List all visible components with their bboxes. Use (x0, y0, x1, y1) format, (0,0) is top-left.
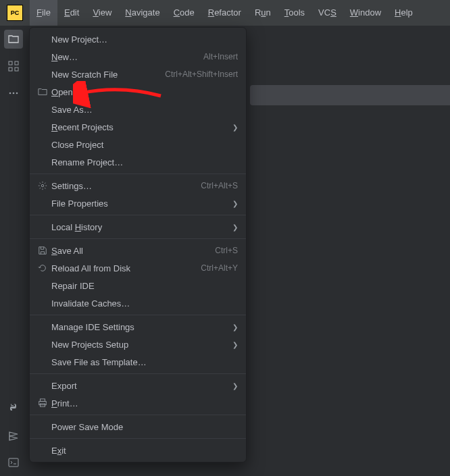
file-recent-projects[interactable]: Recent Projects ❯ (30, 118, 246, 136)
more-tool-icon[interactable] (4, 84, 23, 103)
file-save-as[interactable]: Save As… (30, 101, 246, 118)
file-new[interactable]: New… Alt+Insert (30, 48, 246, 65)
save-icon (36, 246, 49, 255)
menu-refactor-mnemonic: R (208, 7, 214, 18)
menu-separator (30, 438, 246, 439)
file-repair-ide[interactable]: Repair IDE (30, 277, 246, 294)
menu-window-mnemonic: W (350, 7, 358, 18)
menu-run-mnemonic: u (261, 7, 266, 18)
file-exit[interactable]: Exit (30, 442, 246, 459)
project-tool-icon[interactable] (4, 30, 23, 49)
svg-rect-9 (41, 399, 45, 402)
menu-vcs[interactable]: VCS (311, 0, 343, 26)
menu-navigate[interactable]: Navigate (118, 0, 166, 26)
file-new-scratch[interactable]: New Scratch File Ctrl+Alt+Shift+Insert (30, 65, 246, 83)
file-new-projects-setup[interactable]: New Projects Setup ❯ (30, 336, 246, 353)
menu-navigate-mnemonic: N (125, 7, 131, 18)
file-new-project[interactable]: New Project… (30, 30, 246, 48)
menu-code-label: ode (180, 7, 195, 18)
file-open[interactable]: Open… (30, 83, 246, 101)
file-print-label: Print… (51, 398, 78, 408)
menu-view[interactable]: View (86, 0, 118, 26)
svg-rect-1 (15, 61, 18, 65)
menu-code-mnemonic: C (174, 7, 180, 18)
menu-code[interactable]: Code (167, 0, 201, 26)
file-open-label: Open… (51, 87, 82, 97)
menu-refactor-label: efactor (214, 7, 241, 18)
file-local-history-label: Local History (51, 222, 102, 232)
file-menu-popup: New Project… New… Alt+Insert New Scratch… (29, 27, 247, 462)
submenu-arrow-icon: ❯ (232, 223, 238, 231)
menu-view-mnemonic: V (93, 7, 98, 18)
file-reload[interactable]: Reload All from Disk Ctrl+Alt+Y (30, 259, 246, 277)
file-close-project[interactable]: Close Project (30, 136, 246, 153)
svg-rect-3 (15, 68, 18, 71)
menu-vcs-mnemonic: S (330, 7, 336, 18)
menu-run[interactable]: Run (248, 0, 278, 26)
menu-edit[interactable]: Edit (57, 0, 86, 26)
services-icon[interactable] (4, 426, 23, 445)
file-new-label: New… (51, 52, 78, 62)
file-reload-shortcut: Ctrl+Alt+Y (201, 263, 238, 273)
menu-edit-label: dit (70, 7, 80, 18)
welcome-slot (250, 85, 450, 105)
file-new-shortcut: Alt+Insert (203, 52, 238, 61)
menu-navigate-label: avigate (132, 7, 160, 18)
file-new-projects-setup-label: New Projects Setup (51, 340, 128, 350)
submenu-arrow-icon: ❯ (232, 323, 238, 331)
file-export[interactable]: Export ❯ (30, 377, 246, 394)
menu-refactor[interactable]: Refactor (201, 0, 248, 26)
svg-rect-0 (9, 61, 12, 65)
app-logo: PC (7, 5, 23, 21)
file-rename-project[interactable]: Rename Project… (30, 153, 246, 171)
submenu-arrow-icon: ❯ (232, 341, 238, 348)
file-settings-shortcut: Ctrl+Alt+S (201, 181, 238, 190)
gear-icon (36, 181, 49, 190)
file-close-project-label: Close Project (51, 140, 103, 150)
file-exit-label: Exit (51, 446, 66, 456)
file-file-properties[interactable]: File Properties ❯ (30, 194, 246, 212)
menu-window-label: indow (358, 7, 381, 18)
structure-tool-icon[interactable] (4, 57, 23, 76)
svg-rect-2 (9, 68, 12, 71)
file-new-scratch-label: New Scratch File (51, 70, 118, 80)
menu-separator (30, 373, 246, 374)
menu-separator (30, 315, 246, 315)
file-invalidate[interactable]: Invalidate Caches… (30, 294, 246, 312)
file-file-properties-label: File Properties (51, 199, 108, 209)
svg-rect-7 (9, 458, 18, 467)
file-local-history[interactable]: Local History ❯ (30, 218, 246, 236)
file-save-as-label: Save As… (51, 105, 93, 115)
file-settings[interactable]: Settings… Ctrl+Alt+S (30, 177, 246, 194)
menu-view-label: iew (99, 7, 112, 18)
file-power-save-label: Power Save Mode (51, 422, 123, 432)
terminal-icon[interactable] (4, 453, 23, 472)
file-recent-projects-label: Recent Projects (51, 122, 114, 132)
menu-separator (30, 174, 246, 174)
python-console-icon[interactable] (4, 399, 23, 418)
left-sidebar (0, 26, 28, 476)
menu-help[interactable]: Help (388, 0, 420, 26)
file-manage-ide-label: Manage IDE Settings (51, 322, 134, 332)
file-save-template-label: Save File as Template… (51, 357, 147, 367)
file-new-project-label: New Project… (51, 34, 107, 45)
svg-point-6 (16, 92, 18, 95)
menu-tools[interactable]: Tools (278, 0, 311, 26)
submenu-arrow-icon: ❯ (232, 124, 238, 131)
file-print[interactable]: Print… (30, 394, 246, 412)
menu-file[interactable]: File (30, 0, 57, 26)
file-reload-label: Reload All from Disk (51, 263, 130, 273)
file-save-all[interactable]: Save All Ctrl+S (30, 242, 246, 259)
svg-point-4 (9, 92, 11, 95)
file-export-label: Export (51, 381, 77, 391)
svg-point-8 (41, 184, 44, 187)
menu-file-mnemonic: F (36, 7, 42, 18)
file-manage-ide[interactable]: Manage IDE Settings ❯ (30, 318, 246, 336)
menu-window[interactable]: Window (343, 0, 388, 26)
file-power-save[interactable]: Power Save Mode (30, 418, 246, 435)
menu-separator (30, 238, 246, 239)
svg-point-5 (13, 92, 15, 95)
file-new-scratch-shortcut: Ctrl+Alt+Shift+Insert (165, 70, 238, 79)
menu-help-label: elp (401, 7, 412, 18)
file-save-template[interactable]: Save File as Template… (30, 353, 246, 371)
